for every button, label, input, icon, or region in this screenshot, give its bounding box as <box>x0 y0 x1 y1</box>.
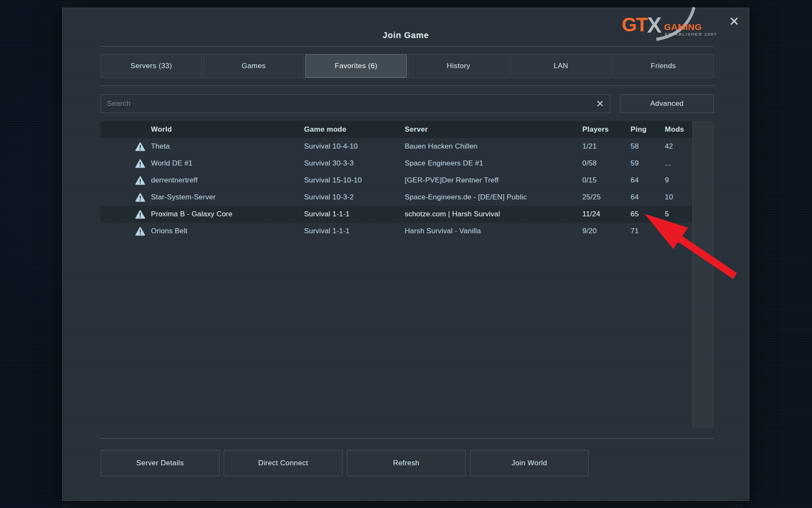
table-row[interactable]: World DE #1Survival 30-3-3Space Engineer… <box>101 155 692 172</box>
server-details-button[interactable]: Server Details <box>101 450 219 476</box>
cell-players: 25/25 <box>582 193 631 202</box>
tab-servers-33[interactable]: Servers (33) <box>101 54 202 78</box>
cell-players: 11/24 <box>582 210 631 218</box>
column-header-players[interactable]: Players <box>582 125 631 134</box>
warning-icon <box>135 227 145 236</box>
cell-warning <box>101 210 151 219</box>
table-row[interactable]: ThetaSurvival 10-4-10Bauen Hacken Chille… <box>101 138 692 155</box>
cell-world: Star-System-Server <box>151 193 304 202</box>
table-row[interactable]: derrentnertreffSurvival 15-10-10[GER-PVE… <box>101 172 692 189</box>
cell-warning <box>101 142 151 151</box>
column-header-ping[interactable]: Ping <box>631 125 665 134</box>
cell-ping: 59 <box>631 159 665 168</box>
tab-friends[interactable]: Friends <box>613 54 714 78</box>
cell-players: 1/21 <box>582 142 631 151</box>
cell-game-mode: Survival 10-3-2 <box>304 193 405 202</box>
column-header-game-mode[interactable]: Game mode <box>304 125 405 134</box>
tab-games[interactable]: Games <box>203 54 304 78</box>
tab-lan[interactable]: LAN <box>510 54 612 78</box>
cell-players: 0/58 <box>582 159 631 168</box>
close-icon: ✕ <box>729 15 739 28</box>
cell-server: Space Engineers DE #1 <box>405 159 582 168</box>
search-input[interactable] <box>101 95 590 113</box>
cell-game-mode: Survival 15-10-10 <box>304 176 405 185</box>
cell-game-mode: Survival 10-4-10 <box>304 142 405 151</box>
logo-text-established: ESTABLISHED 2007 <box>665 32 717 36</box>
separator-middle <box>101 86 714 86</box>
close-button[interactable]: ✕ <box>725 12 743 31</box>
logo-text-gt: GT <box>622 14 648 36</box>
cell-ping: 64 <box>631 193 665 202</box>
table-row[interactable]: Star-System-ServerSurvival 10-3-2Space-E… <box>101 189 692 206</box>
cell-world: Orions Belt <box>151 227 304 235</box>
cell-warning <box>101 227 151 236</box>
gtx-gaming-logo: GT X GAMING ESTABLISHED 2007 <box>617 11 717 37</box>
join-game-dialog: Join Game GT X GAMING ESTABLISHED 2007 ✕… <box>62 8 749 501</box>
cell-world: World DE #1 <box>151 159 304 168</box>
server-table-header: WorldGame modeServerPlayersPingMods <box>101 121 692 138</box>
cell-warning <box>101 193 151 202</box>
cell-mods: ... <box>665 159 692 168</box>
refresh-button[interactable]: Refresh <box>347 450 466 476</box>
cell-players: 0/15 <box>582 176 631 185</box>
separator-bottom <box>101 438 714 439</box>
cell-warning <box>101 176 151 185</box>
cell-players: 9/20 <box>582 227 631 235</box>
warning-icon <box>135 210 145 219</box>
warning-icon <box>135 159 145 168</box>
tab-favorites-6[interactable]: Favorites (6) <box>305 54 406 78</box>
join-world-button[interactable]: Join World <box>470 450 589 476</box>
search-clear-icon: ✕ <box>596 98 604 109</box>
warning-icon <box>135 193 145 202</box>
cell-world: derrentnertreff <box>151 176 304 185</box>
table-row[interactable]: Orions BeltSurvival 1-1-1Harsh Survival … <box>101 223 692 240</box>
cell-server: Harsh Survival - Vanilla <box>405 227 582 235</box>
cell-game-mode: Survival 30-3-3 <box>304 159 405 168</box>
cell-ping: 58 <box>631 142 665 151</box>
cell-server: Space-Engineers.de - [DE/EN] Public <box>405 193 582 202</box>
search-clear-button[interactable]: ✕ <box>590 98 610 110</box>
cell-warning <box>101 159 151 168</box>
search-box: ✕ <box>101 94 610 113</box>
footer-button-row: Server DetailsDirect ConnectRefreshJoin … <box>101 450 589 476</box>
cell-game-mode: Survival 1-1-1 <box>304 210 405 218</box>
column-header-mods[interactable]: Mods <box>665 125 692 134</box>
cell-mods: 42 <box>665 142 692 151</box>
cell-mods: 9 <box>665 176 692 185</box>
gtx-gaming-logo-svg: GT X GAMING ESTABLISHED 2007 <box>617 11 717 37</box>
cell-ping: 64 <box>631 176 665 185</box>
tab-history[interactable]: History <box>408 54 509 78</box>
cell-world: Theta <box>151 142 304 151</box>
cell-world: Proxima B - Galaxy Core <box>151 210 304 218</box>
table-row[interactable]: Proxima B - Galaxy CoreSurvival 1-1-1sch… <box>101 206 692 223</box>
warning-icon <box>135 176 145 185</box>
cell-game-mode: Survival 1-1-1 <box>304 227 405 235</box>
column-header-world[interactable]: World <box>151 125 304 134</box>
table-scrollbar[interactable] <box>693 121 713 428</box>
cell-ping: 65 <box>631 210 665 218</box>
logo-text-gaming: GAMING <box>664 22 702 32</box>
logo-text-x: X <box>647 13 662 37</box>
server-table-body: ThetaSurvival 10-4-10Bauen Hacken Chille… <box>101 138 692 428</box>
cell-server: schotze.com | Harsh Survival <box>405 210 582 218</box>
direct-connect-button[interactable]: Direct Connect <box>224 450 343 476</box>
advanced-button[interactable]: Advanced <box>620 94 714 113</box>
cell-server: [GER-PVE]Der Rentner Treff <box>405 176 582 185</box>
warning-icon <box>135 142 145 151</box>
separator-top <box>101 46 714 47</box>
cell-ping: 71 <box>631 227 665 235</box>
tab-bar: Servers (33)GamesFavorites (6)HistoryLAN… <box>101 54 714 78</box>
cell-mods: 10 <box>665 193 692 202</box>
cell-mods: 5 <box>665 210 692 218</box>
column-header-server[interactable]: Server <box>405 125 582 134</box>
cell-server: Bauen Hacken Chillen <box>405 142 582 151</box>
